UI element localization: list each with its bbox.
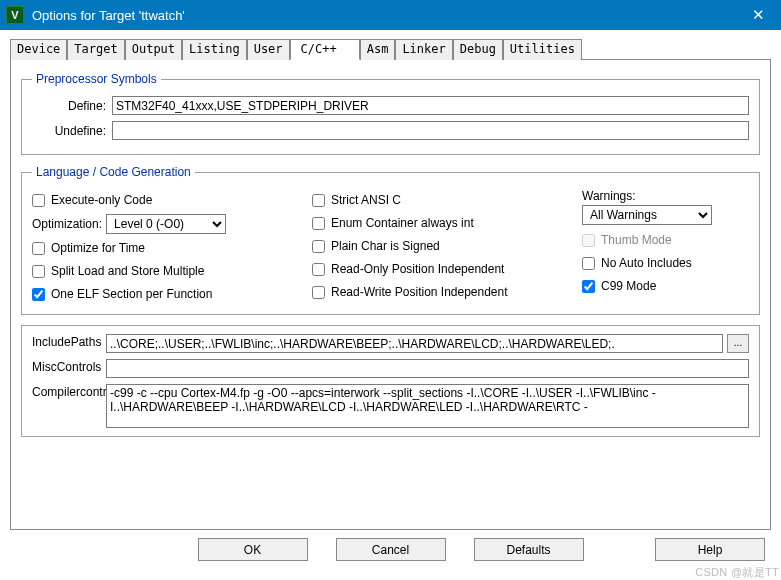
- app-icon: V: [6, 6, 24, 24]
- group-paths-controls: IncludePaths ... MiscControls Compilerco…: [21, 325, 760, 437]
- label-undefine: Undefine:: [32, 124, 112, 138]
- checkbox-ro-pi[interactable]: [312, 263, 325, 276]
- label-optimization: Optimization:: [32, 217, 102, 231]
- label-plain-char: Plain Char is Signed: [331, 239, 440, 253]
- label-misc-controls: MiscControls: [32, 359, 106, 375]
- checkbox-thumb-mode: [582, 234, 595, 247]
- label-ro-pi: Read-Only Position Independent: [331, 262, 504, 276]
- label-warnings: Warnings:: [582, 189, 749, 203]
- checkbox-optimize-time[interactable]: [32, 242, 45, 255]
- label-c99-mode: C99 Mode: [601, 279, 656, 293]
- checkbox-enum-container[interactable]: [312, 217, 325, 230]
- defaults-button[interactable]: Defaults: [474, 538, 584, 561]
- label-optimize-time: Optimize for Time: [51, 241, 145, 255]
- checkbox-one-elf[interactable]: [32, 288, 45, 301]
- group-preprocessor: Preprocessor Symbols Define: Undefine:: [21, 72, 760, 155]
- tab-c-cpp[interactable]: C/C++: [290, 39, 360, 60]
- label-no-auto-includes: No Auto Includes: [601, 256, 692, 270]
- ok-button[interactable]: OK: [198, 538, 308, 561]
- label-strict-ansi: Strict ANSI C: [331, 193, 401, 207]
- checkbox-rw-pi[interactable]: [312, 286, 325, 299]
- input-misc-controls[interactable]: [106, 359, 749, 378]
- cancel-button[interactable]: Cancel: [336, 538, 446, 561]
- label-rw-pi: Read-Write Position Independent: [331, 285, 508, 299]
- tab-user[interactable]: User: [247, 39, 290, 60]
- checkbox-strict-ansi[interactable]: [312, 194, 325, 207]
- input-include-paths[interactable]: [106, 334, 723, 353]
- dialog-buttons: OK Cancel Defaults Help: [10, 530, 771, 563]
- input-define[interactable]: [112, 96, 749, 115]
- client-area: Device Target Output Listing User C/C++ …: [0, 30, 781, 569]
- checkbox-plain-char[interactable]: [312, 240, 325, 253]
- tab-listing[interactable]: Listing: [182, 39, 247, 60]
- title-bar: V Options for Target 'ttwatch' ✕: [0, 0, 781, 30]
- label-include-paths: IncludePaths: [32, 334, 106, 350]
- tab-output[interactable]: Output: [125, 39, 182, 60]
- label-thumb-mode: Thumb Mode: [601, 233, 672, 247]
- label-execute-only: Execute-only Code: [51, 193, 152, 207]
- close-icon[interactable]: ✕: [735, 0, 781, 30]
- select-warnings[interactable]: All Warnings: [582, 205, 712, 225]
- checkbox-no-auto-includes[interactable]: [582, 257, 595, 270]
- window-title: Options for Target 'ttwatch': [32, 8, 735, 23]
- input-undefine[interactable]: [112, 121, 749, 140]
- tab-strip: Device Target Output Listing User C/C++ …: [10, 38, 771, 60]
- checkbox-c99-mode[interactable]: [582, 280, 595, 293]
- checkbox-split-load[interactable]: [32, 265, 45, 278]
- label-define: Define:: [32, 99, 112, 113]
- textarea-compiler-string[interactable]: [106, 384, 749, 428]
- label-one-elf: One ELF Section per Function: [51, 287, 212, 301]
- tab-linker[interactable]: Linker: [395, 39, 452, 60]
- label-compiler-string: Compilercontrolstring: [32, 384, 106, 400]
- tab-panel-c-cpp: Preprocessor Symbols Define: Undefine: L…: [10, 60, 771, 530]
- browse-include-paths-button[interactable]: ...: [727, 334, 749, 353]
- tab-device[interactable]: Device: [10, 39, 67, 60]
- select-optimization[interactable]: Level 0 (-O0): [106, 214, 226, 234]
- tab-debug[interactable]: Debug: [453, 39, 503, 60]
- label-enum-container: Enum Container always int: [331, 216, 474, 230]
- legend-langcode: Language / Code Generation: [32, 165, 195, 179]
- group-language-code-generation: Language / Code Generation Execute-only …: [21, 165, 760, 315]
- help-button[interactable]: Help: [655, 538, 765, 561]
- label-split-load: Split Load and Store Multiple: [51, 264, 204, 278]
- checkbox-execute-only[interactable]: [32, 194, 45, 207]
- tab-utilities[interactable]: Utilities: [503, 39, 582, 60]
- legend-preprocessor: Preprocessor Symbols: [32, 72, 161, 86]
- tab-target[interactable]: Target: [67, 39, 124, 60]
- tab-asm[interactable]: Asm: [360, 39, 396, 60]
